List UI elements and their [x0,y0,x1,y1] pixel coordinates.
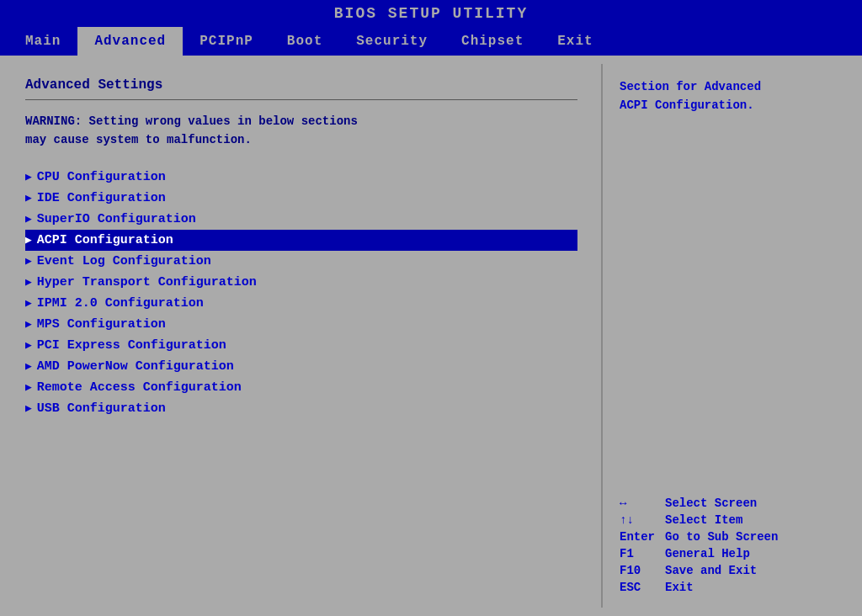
menu-item-label-11: USB Configuration [37,401,166,416]
menu-item-label-2: SuperIO Configuration [37,212,196,226]
menu-item-10[interactable]: ▶Remote Access Configuration [25,377,577,398]
arrow-icon-9: ▶ [25,359,32,373]
arrow-icon-8: ▶ [25,338,32,352]
key-row-2: EnterGo to Sub Screen [620,530,837,544]
key-label-2: Enter [620,530,658,544]
menu-item-5[interactable]: ▶Hyper Transport Configuration [25,272,577,293]
nav-item-security[interactable]: Security [339,27,444,56]
menu-item-1[interactable]: ▶IDE Configuration [25,188,577,209]
arrow-icon-3: ▶ [25,233,32,247]
menu-item-label-1: IDE Configuration [37,191,166,205]
key-row-1: ↑↓Select Item [620,513,837,527]
config-menu-list: ▶CPU Configuration▶IDE Configuration▶Sup… [25,167,577,419]
key-desc-0: Select Screen [665,497,757,510]
bios-container: BIOS SETUP UTILITY MainAdvancedPCIPnPBoo… [0,0,862,616]
nav-item-exit[interactable]: Exit [540,27,609,56]
key-label-1: ↑↓ [620,513,658,527]
right-panel-inner: Section for AdvancedACPI Configuration. … [620,77,837,594]
menu-item-0[interactable]: ▶CPU Configuration [25,167,577,188]
nav-item-chipset[interactable]: Chipset [444,27,540,56]
menu-item-label-10: Remote Access Configuration [37,380,242,395]
nav-item-boot[interactable]: Boot [270,27,339,56]
right-description: Section for AdvancedACPI Configuration. [620,77,837,115]
left-panel: Advanced Settings WARNING: Setting wrong… [8,64,594,608]
arrow-icon-4: ▶ [25,254,32,268]
key-label-3: F1 [620,547,658,560]
menu-item-4[interactable]: ▶Event Log Configuration [25,251,577,272]
key-desc-4: Save and Exit [665,564,757,577]
menu-item-label-8: PCI Express Configuration [37,338,226,353]
arrow-icon-7: ▶ [25,317,32,331]
arrow-icon-0: ▶ [25,170,32,183]
key-desc-5: Exit [665,581,694,594]
warning-text: WARNING: Setting wrong values in below s… [25,112,577,150]
key-desc-2: Go to Sub Screen [665,530,778,544]
key-row-3: F1General Help [620,547,837,560]
nav-item-advanced[interactable]: Advanced [77,27,183,56]
arrow-icon-6: ▶ [25,296,32,310]
key-help: ↔Select Screen↑↓Select ItemEnterGo to Su… [620,497,837,594]
menu-item-label-5: Hyper Transport Configuration [37,275,257,289]
key-row-5: ESCExit [620,581,837,594]
right-panel: Section for AdvancedACPI Configuration. … [601,64,854,608]
key-row-4: F10Save and Exit [620,564,837,577]
key-help-section: ↔Select Screen↑↓Select ItemEnterGo to Su… [620,497,837,594]
menu-item-7[interactable]: ▶MPS Configuration [25,314,577,335]
arrow-icon-11: ▶ [25,401,32,415]
arrow-icon-1: ▶ [25,191,32,204]
menu-item-9[interactable]: ▶AMD PowerNow Configuration [25,356,577,377]
arrow-icon-10: ▶ [25,380,32,394]
menu-item-label-6: IPMI 2.0 Configuration [37,296,204,311]
menu-item-8[interactable]: ▶PCI Express Configuration [25,335,577,356]
key-label-0: ↔ [620,497,658,510]
key-label-4: F10 [620,564,658,577]
key-desc-3: General Help [665,547,750,560]
menu-item-label-4: Event Log Configuration [37,254,211,268]
arrow-icon-5: ▶ [25,275,32,289]
menu-item-label-0: CPU Configuration [37,170,166,184]
key-desc-1: Select Item [665,513,742,527]
menu-item-label-7: MPS Configuration [37,317,166,332]
menu-item-11[interactable]: ▶USB Configuration [25,398,577,419]
key-label-5: ESC [620,581,658,594]
menu-item-label-3: ACPI Configuration [37,233,173,247]
title-bar: BIOS SETUP UTILITY [0,0,862,27]
key-row-0: ↔Select Screen [620,497,837,510]
divider [25,99,577,100]
main-area: Advanced Settings WARNING: Setting wrong… [0,56,862,616]
panel-title: Advanced Settings [25,77,577,93]
menu-item-2[interactable]: ▶SuperIO Configuration [25,209,577,230]
menu-item-3[interactable]: ▶ACPI Configuration [25,230,577,251]
nav-item-main[interactable]: Main [8,27,77,56]
nav-item-pcipnp[interactable]: PCIPnP [183,27,270,56]
menu-item-6[interactable]: ▶IPMI 2.0 Configuration [25,293,577,314]
menu-bar: MainAdvancedPCIPnPBootSecurityChipsetExi… [0,27,862,56]
arrow-icon-2: ▶ [25,212,32,226]
title-text: BIOS SETUP UTILITY [334,5,528,22]
menu-item-label-9: AMD PowerNow Configuration [37,359,234,374]
